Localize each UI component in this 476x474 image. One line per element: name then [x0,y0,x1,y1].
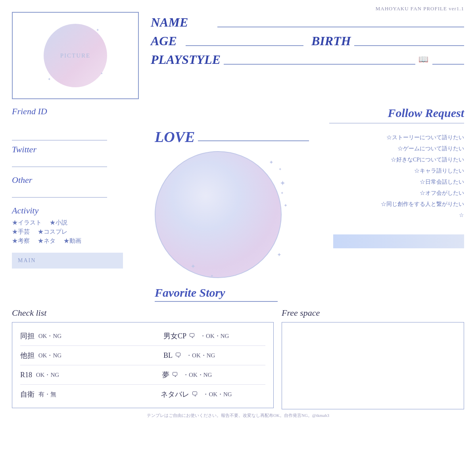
picture-box: PICTURE ✦ ✦ ✦ [12,12,139,99]
birth-label: BIRTH [311,34,351,48]
cl-okng-2-left: OK・NG [35,371,59,379]
activity-items: ★イラスト ★小説 ★手芸 ★コスプレ ★考察 ★ネタ ★動画 [12,219,139,245]
circle-star-5: ✦ [284,203,288,209]
birth-line [354,43,464,46]
name-label: NAME [151,15,214,30]
cl-right-2: 夢 🗨 ・OK・NG [162,370,265,380]
circle-star-6: ✦ [277,251,282,258]
friend-id-line [12,140,107,140]
checklist-box: 同担 OK・NG 男女CP 🗨 ・OK・NG 他担 OK・NG BL [12,322,274,408]
follow-item-0: ☆ストーリーについて語りたい [333,132,464,143]
activity-item-2-0: ★考察 [12,237,30,245]
circle-star-2: ✦ [278,167,282,171]
age-line [186,43,303,46]
cl-okng-3-right: ・OK・NG [203,391,232,398]
picture-circle: PICTURE ✦ ✦ ✦ [44,24,107,87]
favorite-story-label: Favorite Story [151,286,225,299]
freespace-box [282,322,464,409]
cl-okng-0-left: OK・NG [37,332,61,340]
main-content-row: Twitter Other Activity ★イラスト ★小説 ★手芸 [12,128,464,302]
follow-request-header: Follow Request [329,106,464,128]
top-section: PICTURE ✦ ✦ ✦ NAME AGE BIRTH [12,12,464,99]
friend-id-label: Friend ID [12,106,147,117]
playstyle-line [224,61,415,65]
picture-label: PICTURE [60,52,91,59]
activity-row-1: ★手芸 ★コスプレ [12,228,139,236]
star-deco-2: ✦ [48,77,51,81]
follow-item-2: ☆好きなCPについて語りたい [333,154,464,165]
age-part: AGE [151,34,303,48]
center-area: LOVE ✦ ✦ ✦ ✦ ✦ ✦ ✦ ✦ Favorite Story [147,128,329,302]
cl-right-0: 男女CP 🗨 ・OK・NG [163,331,265,341]
left-sidebar: Twitter Other Activity ★イラスト ★小説 ★手芸 [12,128,147,302]
playstyle-label: PLAYSTYLE [151,52,221,67]
cl-okng-1-left: OK・NG [37,352,61,359]
checklist-label: Check list [12,308,274,318]
checklist-row-2: R18 OK・NG 夢 🗨 ・OK・NG [20,365,265,385]
cl-msg-icon-2: 🗨 [172,371,178,378]
page-wrapper: MAHOYAKU FAN PROFILE ver1.1 PICTURE ✦ ✦ … [0,0,476,474]
cl-item-1-left: 他担 [20,351,35,360]
follow-item-4: ☆日常会話したい [333,177,464,188]
activity-item-1-0: ★手芸 [12,228,30,236]
activity-item-2-1: ★ネタ [38,237,56,245]
playstyle-row: PLAYSTYLE 📖 [151,52,464,67]
twitter-line [12,167,107,167]
cl-item-3-right: ネタバレ [161,390,189,399]
cl-right-1: BL 🗨 ・OK・NG [163,351,265,360]
circle-star-1: ✦ [269,159,274,166]
freespace-label: Free space [282,308,464,318]
activity-item-1-1: ★コスプレ [38,228,67,236]
favorite-story-line [155,301,278,302]
age-label: AGE [151,34,182,48]
right-column: ☆ストーリーについて語りたい ☆ゲームについて語りたい ☆好きなCPについて語り… [329,128,464,302]
circle-star-8: ✦ [210,274,213,278]
page-title: MAHOYAKU FAN PROFILE ver1.1 [376,6,464,12]
twitter-label: Twitter [12,144,139,155]
cl-msg-icon-1: 🗨 [175,352,181,359]
star-deco-3: ✦ [100,72,103,75]
name-line [217,24,464,27]
checklist-row-0: 同担 OK・NG 男女CP 🗨 ・OK・NG [20,326,265,346]
cl-item-1-right: BL [163,351,173,360]
friend-id-area: Friend ID [12,106,147,119]
freespace-area: Free space [282,308,464,409]
cl-okng-1-right: ・OK・NG [186,352,215,359]
cl-item-2-right: 夢 [162,370,169,380]
follow-items: ☆ストーリーについて語りたい ☆ゲームについて語りたい ☆好きなCPについて語り… [333,132,464,221]
checklist-row-1: 他担 OK・NG BL 🗨 ・OK・NG [20,346,265,365]
star-deco-1: ✦ [96,28,99,32]
checklist-area: Check list 同担 OK・NG 男女CP 🗨 ・OK・NG 他担 [12,308,274,409]
activity-label: Activity [12,205,139,216]
main-box: MAIN [12,253,123,269]
big-circle-container: ✦ ✦ ✦ ✦ ✦ ✦ ✦ ✦ [151,147,286,282]
activity-item-0-1: ★小説 [50,219,67,226]
big-circle [155,151,282,278]
love-line [198,140,309,141]
activity-row-0: ★イラスト ★小説 [12,219,139,226]
info-area: NAME AGE BIRTH PLAYSTYLE 📖 [151,12,464,67]
cl-msg-icon-3: 🗨 [192,391,198,398]
cl-item-0-right: 男女CP [163,331,186,341]
follow-item-7: ☆ [333,210,464,221]
stripe-band [333,234,464,248]
love-row: LOVE [147,128,309,147]
follow-item-5: ☆オフ会がしたい [333,188,464,199]
circle-star-3: ✦ [280,179,286,188]
playstyle-line2 [432,61,464,65]
checklist-row-3: 自衛 有・無 ネタバレ 🗨 ・OK・NG [20,385,265,404]
cl-okng-2-right: ・OK・NG [183,371,212,379]
follow-line [329,123,464,123]
circle-star-7: ✦ [190,263,196,270]
other-section: Other [12,175,139,198]
activity-row-2: ★考察 ★ネタ ★動画 [12,237,139,245]
activity-item-2-2: ★動画 [63,237,81,245]
twitter-section: Twitter [12,144,139,167]
main-label: MAIN [18,257,36,264]
birth-part: BIRTH [311,34,464,48]
book-icon: 📖 [418,54,428,64]
name-row: NAME [151,15,464,30]
cl-okng-0-right: ・OK・NG [200,332,229,340]
cl-item-0-left: 同担 [20,331,35,341]
activity-section: Activity ★イラスト ★小説 ★手芸 ★コスプレ ★考察 ★ネタ ★動画 [12,205,139,245]
